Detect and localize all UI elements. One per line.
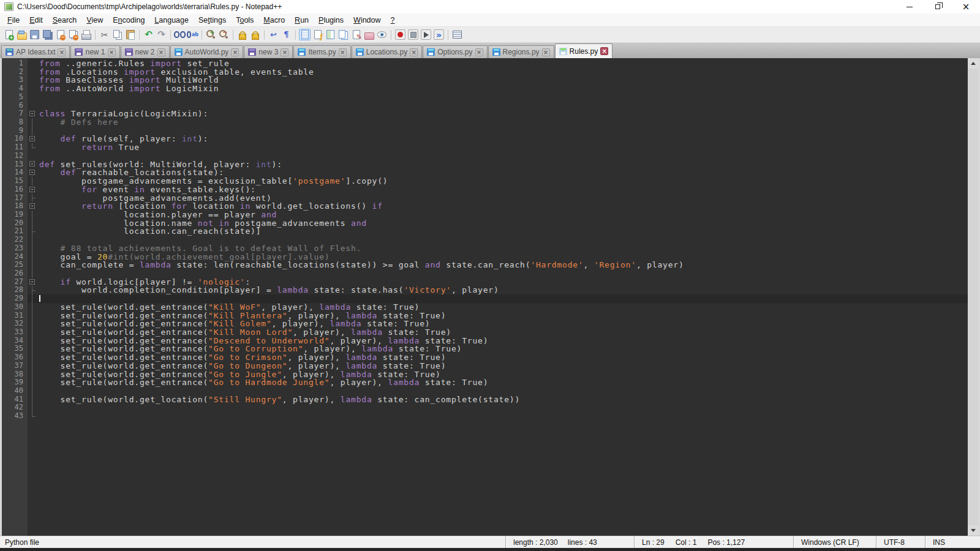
code-line[interactable]: 13def set_rules(world: MultiWorld, playe… [2,160,968,169]
code-text[interactable] [37,269,968,278]
cut-icon[interactable] [99,29,110,40]
macro-record-icon[interactable] [394,29,406,40]
save-all-icon[interactable] [42,29,53,40]
code-text[interactable]: location.player == player and [37,211,968,219]
code-line[interactable]: 10 def rule(self, player: int): [2,135,968,143]
code-line[interactable]: 33 set_rule(world.get_entrance("Kill Moo… [2,328,968,337]
menu-item-view[interactable]: View [81,15,108,26]
zoom-in-icon[interactable] [205,29,217,40]
tab-new-2[interactable]: new 2× [121,45,170,58]
tab-regions-py[interactable]: Regions.py× [488,45,554,58]
print-icon[interactable] [80,29,92,40]
tab-close-icon[interactable]: × [231,48,239,56]
code-text[interactable]: set_rule(world.get_entrance("Go to Crims… [37,353,968,362]
tab-close-icon[interactable]: × [542,48,550,56]
code-line[interactable]: 42 [2,403,968,412]
code-line[interactable]: 40 [2,387,968,395]
code-text[interactable]: set_rule(world.get_entrance("Kill Moon L… [37,328,968,337]
code-line[interactable]: 20 location.name not in postgame_advance… [2,219,968,228]
macro-stop-icon[interactable] [407,29,419,40]
code-line[interactable]: 23 # 88 total achievements. Goal is to d… [2,244,968,253]
tab-new-1[interactable]: new 1× [70,45,119,58]
scrollbar-track[interactable] [968,69,978,525]
code-line[interactable]: 27 if world.logic[player] != 'nologic': [2,278,968,287]
code-text[interactable]: def rule(self, player: int): [37,135,968,143]
code-text[interactable]: for event in events_table.keys(): [37,186,968,194]
code-text[interactable]: set_rule(world.get_entrance("Kill Golem"… [37,320,968,328]
code-line[interactable]: 2from .Locations import exclusion_table,… [2,68,968,77]
menu-item-language[interactable]: Language [149,15,194,26]
code-text[interactable]: set_rule(world.get_entrance("Kill Plante… [37,312,968,320]
code-line[interactable]: 15 postgame_advancements = exclusion_tab… [2,177,968,186]
code-line[interactable]: 28 world.completion_condition[player] = … [2,286,968,294]
code-line[interactable]: 16 for event in events_table.keys(): [2,186,968,194]
menu-item-window[interactable]: Window [349,15,385,26]
code-line[interactable]: 31 set_rule(world.get_entrance("Kill Pla… [2,312,968,320]
code-text[interactable]: from .Locations import exclusion_table, … [37,68,968,77]
code-line[interactable]: 6 [2,102,968,110]
menu-item-run[interactable]: Run [290,15,314,26]
tab-autoworld-py[interactable]: AutoWorld.py× [170,45,244,58]
fold-collapse-control[interactable] [28,160,37,169]
fold-collapse-control[interactable] [28,135,37,143]
code-text[interactable]: # 88 total achievements. Goal is to defe… [37,244,968,253]
code-line[interactable]: 43 [2,412,968,421]
code-text[interactable]: return True [37,143,968,152]
code-text[interactable]: postgame_advancements = exclusion_table[… [37,177,968,186]
code-text[interactable]: set_rule(world.get_location("Still Hungr… [37,395,968,404]
code-text[interactable]: set_rule(world.get_entrance("Go to Corru… [37,345,968,353]
menu-item-plugins[interactable]: Plugins [314,15,349,26]
code-line[interactable]: 41 set_rule(world.get_location("Still Hu… [2,395,968,404]
replace-icon[interactable] [187,29,198,40]
define-language-icon[interactable] [350,29,362,40]
code-text[interactable]: class TerrariaLogic(LogicMixin): [37,110,968,118]
tab-close-icon[interactable]: × [281,48,288,56]
tab-locations-py[interactable]: Locations.py× [352,45,422,58]
code-text[interactable] [37,93,968,102]
tab-rules-py[interactable]: Rules.py× [555,43,613,58]
code-text[interactable]: location.name not in postgame_advancemen… [37,219,968,228]
function-list-icon[interactable] [312,29,323,40]
fold-collapse-control[interactable] [28,168,37,177]
minimize-button[interactable] [895,0,924,13]
status-eol-format[interactable]: Windows (CR LF) [793,536,876,548]
code-text[interactable] [37,412,968,421]
word-wrap-icon[interactable] [268,29,279,40]
sync-vertical-icon[interactable] [236,29,248,40]
code-text[interactable]: from ..generic.Rules import set_rule [37,59,968,68]
code-line[interactable]: 19 location.player == player and [2,211,968,219]
code-text[interactable] [37,102,968,110]
tab-close-icon[interactable]: × [157,48,165,56]
zoom-out-icon[interactable] [218,29,230,40]
code-line[interactable]: 3from BaseClasses import MultiWorld [2,76,968,84]
indent-guide-icon[interactable] [299,29,311,40]
code-line[interactable]: 29 [2,294,968,303]
code-text[interactable] [37,127,968,135]
scroll-down-button[interactable] [968,525,978,536]
menu-item-encoding[interactable]: Encoding [108,15,149,26]
code-text[interactable]: set_rule(world.get_entrance("Go to Hardm… [37,378,968,387]
tab-ap-ideas-txt[interactable]: AP Ideas.txt× [1,45,70,58]
menu-item-macro[interactable]: Macro [258,15,290,26]
code-line[interactable]: 5 [2,93,968,102]
code-line[interactable]: 24 goal = 20#int(world.achievement_goal[… [2,253,968,261]
paste-icon[interactable] [124,29,136,40]
fold-collapse-control[interactable] [28,186,37,194]
macro-save-icon[interactable] [451,29,463,40]
macro-run-multiple-icon[interactable] [433,29,445,40]
code-line[interactable]: 12 [2,152,968,160]
menu-item-file[interactable]: File [2,15,24,26]
tab-close-icon[interactable]: × [475,48,483,56]
code-text[interactable]: location.can_reach(state)] [37,227,968,236]
code-text[interactable]: postgame_advancements.add(event) [37,194,968,203]
tab-items-py[interactable]: Items.py× [293,45,350,58]
tab-close-icon[interactable]: × [339,48,347,56]
tab-close-icon[interactable]: × [600,47,608,55]
code-text[interactable]: def reachable_locations(state): [37,168,968,177]
close-document-icon[interactable] [55,29,66,40]
fold-collapse-control[interactable] [28,278,37,287]
restore-button[interactable] [924,0,952,13]
code-line[interactable]: 22 [2,236,968,244]
code-line[interactable]: 9 [2,127,968,135]
code-text[interactable]: from ..AutoWorld import LogicMixin [37,84,968,93]
